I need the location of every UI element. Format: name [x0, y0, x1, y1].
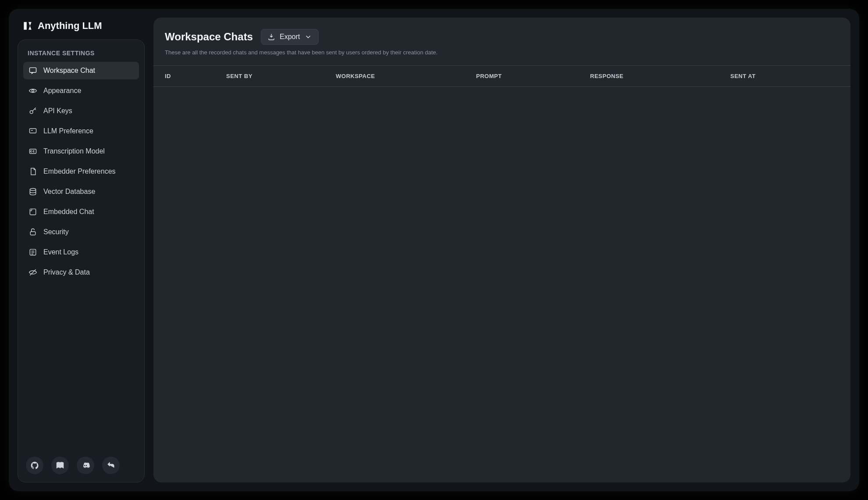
th-sent-at: SENT AT — [730, 73, 839, 79]
cc-icon — [28, 147, 37, 156]
message-icon — [28, 127, 37, 136]
svg-rect-7 — [30, 232, 36, 235]
sidebar-item-transcription-model[interactable]: Transcription Model — [23, 143, 139, 160]
sidebar-item-workspace-chat[interactable]: Workspace Chat — [23, 62, 139, 79]
brand-name: Anything LLM — [38, 20, 102, 32]
page-title: Workspace Chats — [165, 31, 253, 43]
file-icon — [28, 167, 37, 176]
sidebar-item-llm-preference[interactable]: LLM Preference — [23, 122, 139, 140]
sidebar-item-appearance[interactable]: Appearance — [23, 82, 139, 100]
sidebar-item-embedded-chat[interactable]: Embedded Chat — [23, 203, 139, 221]
table: ID SENT BY WORKSPACE PROMPT RESPONSE SEN… — [153, 65, 850, 87]
sidebar-item-embedder-preferences[interactable]: Embedder Preferences — [23, 163, 139, 180]
sidebar-footer — [23, 452, 139, 476]
github-icon — [30, 461, 39, 470]
export-label: Export — [280, 33, 300, 41]
sidebar-item-label: Vector Database — [43, 188, 95, 196]
key-icon — [28, 107, 37, 115]
sidebar-item-privacy-data[interactable]: Privacy & Data — [23, 264, 139, 281]
sidebar-item-security[interactable]: Security — [23, 223, 139, 241]
svg-point-1 — [32, 90, 34, 92]
sidebar-column: Anything LLM INSTANCE SETTINGS Workspace… — [18, 18, 145, 482]
brand-logo-icon — [22, 20, 33, 32]
back-arrow-icon — [107, 461, 115, 470]
sidebar-section-title: INSTANCE SETTINGS — [23, 48, 139, 62]
sidebar-nav-list: Workspace Chat Appearance API Keys LLM P… — [23, 62, 139, 281]
eye-off-icon — [28, 268, 37, 277]
sidebar-item-label: Embedder Preferences — [43, 168, 116, 175]
sidebar-item-label: Embedded Chat — [43, 208, 94, 216]
page-subtitle: These are all the recorded chats and mes… — [165, 49, 839, 56]
github-button[interactable] — [26, 457, 43, 474]
docs-button[interactable] — [51, 457, 69, 474]
eye-icon — [28, 86, 37, 95]
book-icon — [56, 461, 64, 470]
export-button[interactable]: Export — [261, 29, 319, 45]
sidebar-item-label: Appearance — [43, 87, 81, 95]
th-sent-by: SENT BY — [226, 73, 336, 79]
chat-icon — [28, 66, 37, 75]
list-icon — [28, 248, 37, 257]
svg-point-5 — [30, 189, 36, 191]
main-panel: Workspace Chats Export These are all the… — [153, 18, 850, 482]
sidebar-item-label: Security — [43, 228, 69, 236]
table-header-row: ID SENT BY WORKSPACE PROMPT RESPONSE SEN… — [153, 66, 850, 87]
th-prompt: PROMPT — [476, 73, 590, 79]
sidebar-item-api-keys[interactable]: API Keys — [23, 102, 139, 120]
embed-icon — [28, 207, 37, 216]
sidebar-item-label: Privacy & Data — [43, 268, 90, 276]
sidebar-item-event-logs[interactable]: Event Logs — [23, 243, 139, 261]
discord-icon — [81, 461, 90, 470]
sidebar-item-vector-database[interactable]: Vector Database — [23, 183, 139, 200]
back-button[interactable] — [102, 457, 120, 474]
th-workspace: WORKSPACE — [336, 73, 476, 79]
sidebar-item-label: Transcription Model — [43, 147, 105, 155]
th-response: RESPONSE — [590, 73, 730, 79]
sidebar-item-label: LLM Preference — [43, 127, 93, 135]
svg-rect-0 — [30, 68, 36, 72]
app-window: Anything LLM INSTANCE SETTINGS Workspace… — [9, 9, 859, 491]
discord-button[interactable] — [77, 457, 94, 474]
main-header: Workspace Chats Export These are all the… — [153, 29, 850, 56]
brand: Anything LLM — [18, 18, 145, 39]
svg-rect-6 — [30, 209, 36, 214]
chevron-down-icon — [304, 33, 312, 41]
download-icon — [267, 33, 275, 41]
sidebar-item-label: API Keys — [43, 107, 72, 115]
sidebar-item-label: Workspace Chat — [43, 67, 95, 75]
svg-point-2 — [30, 111, 33, 114]
svg-rect-3 — [30, 129, 36, 133]
th-id: ID — [165, 73, 226, 79]
title-row: Workspace Chats Export — [165, 29, 839, 45]
database-icon — [28, 187, 37, 196]
sidebar-panel: INSTANCE SETTINGS Workspace Chat Appeara… — [18, 39, 145, 482]
sidebar-item-label: Event Logs — [43, 248, 78, 256]
lock-icon — [28, 228, 37, 236]
